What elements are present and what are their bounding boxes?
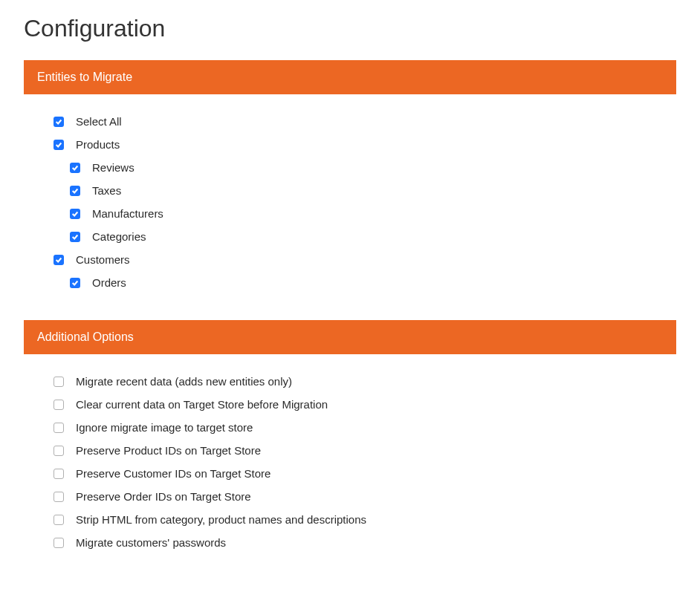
strip-html-label: Strip HTML from category, product names … (76, 513, 366, 526)
preserve-product-ids-item: Preserve Product IDs on Target Store (54, 444, 646, 457)
manufacturers-checkbox[interactable] (70, 209, 80, 219)
migrate-recent-label: Migrate recent data (adds new entities o… (76, 375, 292, 388)
migrate-recent-item: Migrate recent data (adds new entities o… (54, 375, 646, 388)
select-all-label: Select All (76, 115, 122, 128)
preserve-product-ids-label: Preserve Product IDs on Target Store (76, 444, 261, 457)
preserve-order-ids-item: Preserve Order IDs on Target Store (54, 490, 646, 503)
taxes-checkbox[interactable] (70, 186, 80, 196)
strip-html-item: Strip HTML from category, product names … (54, 513, 646, 526)
products-item: Products (54, 138, 646, 151)
additional-section: Additional Options Migrate recent data (… (24, 320, 676, 580)
ignore-image-item: Ignore migrate image to target store (54, 421, 646, 434)
orders-item: Orders (70, 276, 646, 289)
migrate-recent-checkbox[interactable] (54, 377, 64, 387)
categories-label: Categories (92, 230, 146, 243)
products-checkbox[interactable] (54, 140, 64, 150)
customers-checkbox[interactable] (54, 255, 64, 265)
preserve-order-ids-label: Preserve Order IDs on Target Store (76, 490, 251, 503)
entities-header: Entities to Migrate (24, 60, 676, 94)
preserve-customer-ids-label: Preserve Customer IDs on Target Store (76, 467, 270, 480)
clear-current-item: Clear current data on Target Store befor… (54, 398, 646, 411)
page-title: Configuration (24, 15, 676, 42)
preserve-customer-ids-checkbox[interactable] (54, 469, 64, 479)
reviews-checkbox[interactable] (70, 163, 80, 173)
clear-current-checkbox[interactable] (54, 400, 64, 410)
entities-section: Entities to Migrate Select All Products … (24, 60, 676, 320)
preserve-order-ids-checkbox[interactable] (54, 492, 64, 502)
orders-checkbox[interactable] (70, 278, 80, 288)
select-all-checkbox[interactable] (54, 117, 64, 127)
migrate-passwords-checkbox[interactable] (54, 538, 64, 548)
clear-current-label: Clear current data on Target Store befor… (76, 398, 328, 411)
reviews-label: Reviews (92, 161, 135, 174)
ignore-image-checkbox[interactable] (54, 423, 64, 433)
taxes-label: Taxes (92, 184, 121, 197)
taxes-item: Taxes (70, 184, 646, 197)
products-label: Products (76, 138, 120, 151)
migrate-passwords-item: Migrate customers' passwords (54, 536, 646, 549)
additional-body: Migrate recent data (adds new entities o… (24, 354, 676, 580)
preserve-product-ids-checkbox[interactable] (54, 446, 64, 456)
migrate-passwords-label: Migrate customers' passwords (76, 536, 226, 549)
customers-label: Customers (76, 253, 130, 266)
entities-body: Select All Products Reviews Taxes Manufa (24, 94, 676, 320)
customers-item: Customers (54, 253, 646, 266)
categories-checkbox[interactable] (70, 232, 80, 242)
select-all-item: Select All (54, 115, 646, 128)
strip-html-checkbox[interactable] (54, 515, 64, 525)
orders-label: Orders (92, 276, 126, 289)
categories-item: Categories (70, 230, 646, 243)
manufacturers-item: Manufacturers (70, 207, 646, 220)
manufacturers-label: Manufacturers (92, 207, 163, 220)
additional-header: Additional Options (24, 320, 676, 354)
ignore-image-label: Ignore migrate image to target store (76, 421, 253, 434)
reviews-item: Reviews (70, 161, 646, 174)
preserve-customer-ids-item: Preserve Customer IDs on Target Store (54, 467, 646, 480)
